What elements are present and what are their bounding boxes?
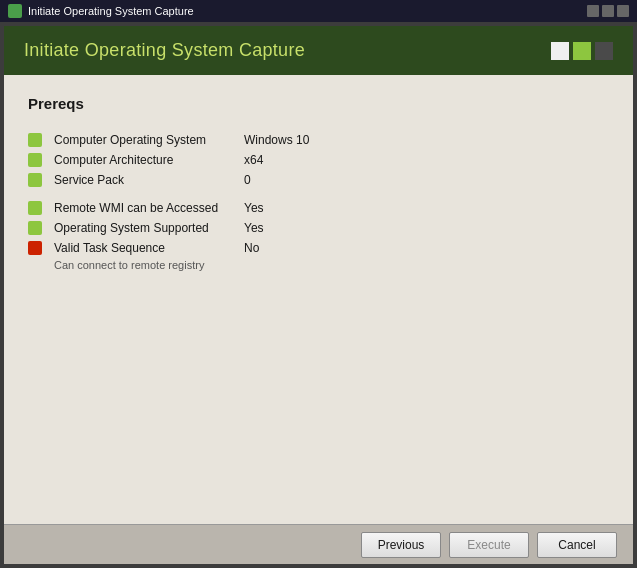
section-title: Prereqs bbox=[28, 95, 609, 112]
prereq-value-taskseq: No bbox=[244, 241, 259, 255]
window-title: Initiate Operating System Capture bbox=[24, 40, 305, 61]
prereq-value-ossupported: Yes bbox=[244, 221, 264, 235]
status-dot-sp bbox=[28, 173, 42, 187]
prereq-row-os: Computer Operating SystemWindows 10 bbox=[28, 130, 609, 150]
prereq-row-arch: Computer Architecturex64 bbox=[28, 150, 609, 170]
prereq-row-ossupported: Operating System SupportedYes bbox=[28, 218, 609, 238]
prereqs-list: Computer Operating SystemWindows 10Compu… bbox=[28, 130, 609, 275]
header-square-green bbox=[573, 42, 591, 60]
status-dot-ossupported bbox=[28, 221, 42, 235]
header-squares bbox=[551, 42, 613, 60]
prereq-row-sp: Service Pack0 bbox=[28, 170, 609, 190]
prereq-row-taskseq: Valid Task SequenceNo bbox=[28, 238, 609, 258]
prereq-label-taskseq: Valid Task Sequence bbox=[54, 241, 244, 255]
close-icon[interactable] bbox=[617, 5, 629, 17]
maximize-icon[interactable] bbox=[602, 5, 614, 17]
prereq-label-ossupported: Operating System Supported bbox=[54, 221, 244, 235]
prereq-label-arch: Computer Architecture bbox=[54, 153, 244, 167]
window-body: Initiate Operating System Capture Prereq… bbox=[4, 26, 633, 564]
status-dot-os bbox=[28, 133, 42, 147]
execute-button[interactable]: Execute bbox=[449, 532, 529, 558]
prereq-label-os: Computer Operating System bbox=[54, 133, 244, 147]
prereq-value-sp: 0 bbox=[244, 173, 251, 187]
window-footer: Previous Execute Cancel bbox=[4, 524, 633, 564]
prereq-label-sp: Service Pack bbox=[54, 173, 244, 187]
title-bar-controls bbox=[587, 5, 629, 17]
status-dot-wmi bbox=[28, 201, 42, 215]
title-bar: Initiate Operating System Capture bbox=[0, 0, 637, 22]
window-header: Initiate Operating System Capture bbox=[4, 26, 633, 75]
status-dot-taskseq bbox=[28, 241, 42, 255]
prereq-row-wmi: Remote WMI can be AccessedYes bbox=[28, 198, 609, 218]
status-dot-arch bbox=[28, 153, 42, 167]
prereq-note-taskseq: Can connect to remote registry bbox=[54, 258, 609, 275]
prereq-label-wmi: Remote WMI can be Accessed bbox=[54, 201, 244, 215]
previous-button[interactable]: Previous bbox=[361, 532, 441, 558]
minimize-icon[interactable] bbox=[587, 5, 599, 17]
prereq-value-arch: x64 bbox=[244, 153, 263, 167]
header-square-dark bbox=[595, 42, 613, 60]
title-bar-icon bbox=[8, 4, 22, 18]
prereq-value-wmi: Yes bbox=[244, 201, 264, 215]
title-bar-text: Initiate Operating System Capture bbox=[28, 5, 581, 17]
prereq-value-os: Windows 10 bbox=[244, 133, 309, 147]
window-content: Prereqs Computer Operating SystemWindows… bbox=[4, 75, 633, 524]
cancel-button[interactable]: Cancel bbox=[537, 532, 617, 558]
header-square-white bbox=[551, 42, 569, 60]
